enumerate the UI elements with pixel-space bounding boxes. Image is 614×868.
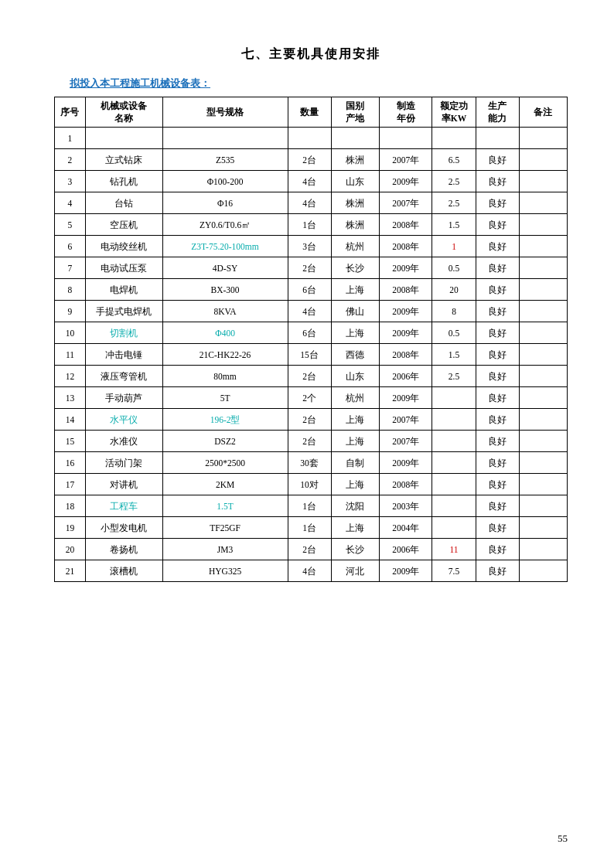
cell-note xyxy=(519,344,567,366)
cell-id: 3 xyxy=(55,171,86,192)
cell-note xyxy=(519,192,567,214)
cell-note xyxy=(519,474,567,495)
cell-capacity: 良好 xyxy=(476,236,519,257)
cell-origin: 株洲 xyxy=(331,149,379,171)
col-capacity: 生产能力 xyxy=(476,97,519,128)
cell-qty: 6台 xyxy=(288,279,331,301)
cell-model: 196-2型 xyxy=(162,409,288,431)
cell-model: 4D-SY xyxy=(162,257,288,279)
cell-name: 活动门架 xyxy=(85,452,162,474)
cell-id: 18 xyxy=(55,495,86,517)
table-row: 8电焊机BX-3006台上海2008年20良好 xyxy=(55,279,568,301)
cell-power: 1.5 xyxy=(432,344,476,366)
cell-origin: 杭州 xyxy=(331,387,379,409)
cell-year: 2008年 xyxy=(379,279,432,301)
cell-origin: 长沙 xyxy=(331,257,379,279)
cell-note xyxy=(519,409,567,431)
cell-note xyxy=(519,539,567,560)
cell-model: 5T xyxy=(162,387,288,409)
cell-origin: 上海 xyxy=(331,279,379,301)
cell-year: 2008年 xyxy=(379,474,432,495)
cell-qty: 2台 xyxy=(288,539,331,560)
cell-year: 2006年 xyxy=(379,539,432,560)
cell-name: 手提式电焊机 xyxy=(85,301,162,322)
cell-power xyxy=(432,431,476,452)
cell-id: 12 xyxy=(55,366,86,387)
cell-capacity: 良好 xyxy=(476,495,519,517)
cell-origin: 西德 xyxy=(331,344,379,366)
col-qty: 数量 xyxy=(288,97,331,128)
cell-qty: 6台 xyxy=(288,322,331,344)
cell-qty: 2台 xyxy=(288,409,331,431)
cell-qty: 30套 xyxy=(288,452,331,474)
table-row: 6电动绞丝机Z3T-75.20-100mm3台杭州2008年1良好 xyxy=(55,236,568,257)
col-model: 型号规格 xyxy=(162,97,288,128)
cell-model: DSZ2 xyxy=(162,431,288,452)
cell-name: 切割机 xyxy=(85,322,162,344)
cell-note xyxy=(519,149,567,171)
table-row: 12液压弯管机80mm2台山东2006年2.5良好 xyxy=(55,366,568,387)
cell-model: ZY0.6/T0.6㎡ xyxy=(162,214,288,236)
cell-capacity: 良好 xyxy=(476,366,519,387)
cell-note xyxy=(519,366,567,387)
cell-origin xyxy=(331,128,379,149)
cell-id: 7 xyxy=(55,257,86,279)
cell-model: TF25GF xyxy=(162,517,288,539)
cell-qty: 4台 xyxy=(288,560,331,582)
cell-qty: 10对 xyxy=(288,474,331,495)
cell-power: 0.5 xyxy=(432,257,476,279)
cell-model: 21C-HK22-26 xyxy=(162,344,288,366)
cell-name: 冲击电锤 xyxy=(85,344,162,366)
table-row: 11冲击电锤21C-HK22-2615台西德2008年1.5良好 xyxy=(55,344,568,366)
cell-power: 6.5 xyxy=(432,149,476,171)
cell-name: 钻孔机 xyxy=(85,171,162,192)
cell-year: 2009年 xyxy=(379,452,432,474)
cell-power xyxy=(432,128,476,149)
table-row: 20卷扬机JM32台长沙2006年11良好 xyxy=(55,539,568,560)
cell-name: 台钻 xyxy=(85,192,162,214)
table-row: 21滚槽机HYG3254台河北2009年7.5良好 xyxy=(55,560,568,582)
cell-id: 8 xyxy=(55,279,86,301)
table-row: 15水准仪DSZ22台上海2007年良好 xyxy=(55,431,568,452)
cell-model: 2KM xyxy=(162,474,288,495)
cell-qty: 4台 xyxy=(288,192,331,214)
cell-id: 15 xyxy=(55,431,86,452)
cell-power: 2.5 xyxy=(432,171,476,192)
table-row: 2立式钻床Z5352台株洲2007年6.5良好 xyxy=(55,149,568,171)
cell-note xyxy=(519,214,567,236)
cell-origin: 上海 xyxy=(331,517,379,539)
cell-origin: 上海 xyxy=(331,409,379,431)
page: 七、主要机具使用安排 拟投入本工程施工机械设备表： 序号 机械或设备名称 型号规… xyxy=(0,0,614,868)
cell-power xyxy=(432,517,476,539)
cell-qty: 2台 xyxy=(288,149,331,171)
col-power: 额定功率KW xyxy=(432,97,476,128)
cell-qty: 1台 xyxy=(288,214,331,236)
cell-capacity: 良好 xyxy=(476,431,519,452)
cell-id: 20 xyxy=(55,539,86,560)
table-row: 4台钻Φ164台株洲2007年2.5良好 xyxy=(55,192,568,214)
cell-name: 对讲机 xyxy=(85,474,162,495)
cell-origin: 河北 xyxy=(331,560,379,582)
cell-capacity: 良好 xyxy=(476,517,519,539)
cell-qty: 4台 xyxy=(288,301,331,322)
cell-qty: 1台 xyxy=(288,517,331,539)
cell-qty: 4台 xyxy=(288,171,331,192)
cell-note xyxy=(519,517,567,539)
cell-year xyxy=(379,128,432,149)
cell-year: 2009年 xyxy=(379,322,432,344)
cell-capacity: 良好 xyxy=(476,214,519,236)
cell-note xyxy=(519,322,567,344)
cell-year: 2007年 xyxy=(379,192,432,214)
cell-name: 小型发电机 xyxy=(85,517,162,539)
table-row: 9手提式电焊机8KVA4台佛山2009年8良好 xyxy=(55,301,568,322)
cell-capacity: 良好 xyxy=(476,192,519,214)
equipment-table: 序号 机械或设备名称 型号规格 数量 国别产地 制造年份 额定功率KW 生产能力… xyxy=(54,97,568,582)
cell-capacity: 良好 xyxy=(476,539,519,560)
cell-id: 14 xyxy=(55,409,86,431)
cell-model xyxy=(162,128,288,149)
cell-note xyxy=(519,452,567,474)
cell-name: 滚槽机 xyxy=(85,560,162,582)
cell-name: 水平仪 xyxy=(85,409,162,431)
cell-power xyxy=(432,474,476,495)
cell-model: 8KVA xyxy=(162,301,288,322)
